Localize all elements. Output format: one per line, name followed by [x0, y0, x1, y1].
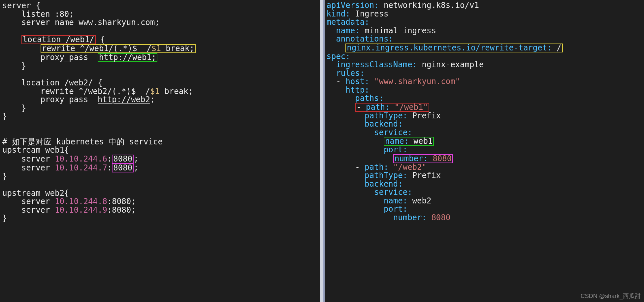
code-text: :: [107, 197, 112, 206]
location-web1-path: /web1/: [66, 35, 94, 44]
yaml-key: metadata:: [327, 17, 370, 27]
code-text: $1: [151, 44, 161, 53]
upstream-port: 8080: [112, 197, 131, 206]
yaml-value: web1: [409, 136, 433, 146]
yaml-key: name:: [327, 26, 360, 35]
yaml-key: rules:: [327, 69, 365, 78]
code-text: server {: [2, 1, 41, 10]
code-text: *: [121, 87, 126, 96]
proxy-pass-web1-box: http://web1;: [98, 53, 157, 62]
code-text: *: [123, 44, 127, 53]
server-name-value: www.sharkyun.com: [79, 18, 155, 27]
upstream-ip: 10.10.244.8: [55, 197, 107, 206]
comment-line: # 如下是对应 kubernetes 中的 service: [2, 137, 163, 146]
code-text: ;: [190, 44, 194, 53]
code-text: {: [93, 78, 103, 87]
code-text: }: [2, 112, 7, 121]
upstream-port: 8080: [112, 205, 131, 215]
code-text: }: [2, 61, 26, 71]
code-text: proxy_pass: [2, 95, 98, 104]
code-text: {: [96, 35, 105, 44]
code-text: server: [2, 205, 55, 215]
yaml-value: /: [552, 43, 562, 52]
code-text: ;: [131, 205, 136, 215]
code-text: ;: [155, 18, 159, 27]
yaml-key: path:: [365, 163, 388, 172]
code-text: ;: [134, 163, 138, 172]
path-web1-box: - path: "/web1": [355, 103, 429, 112]
ingress-yaml-pane: apiVersion: networking.k8s.io/v1 kind: I…: [323, 0, 644, 302]
yaml-key: host:: [345, 77, 369, 86]
code-text: server: [2, 197, 55, 206]
yaml-key: number:: [395, 154, 428, 163]
yaml-number: 8080: [428, 154, 452, 163]
code-text: listen :80;: [2, 10, 74, 19]
rewrite-web1-box: rewrite ^/web1/(.*)$ /$1 break;: [41, 44, 196, 53]
yaml-key: port:: [327, 145, 408, 154]
yaml-number: 8080: [427, 213, 450, 222]
code-text: )$ /: [126, 87, 150, 96]
port-box: 8080: [112, 155, 134, 164]
port-number-box: number: 8080: [393, 154, 453, 163]
yaml-key: ingressClassName:: [327, 60, 417, 69]
annotation-box: nginx.ingress.kubernetes.io/rewrite-targ…: [345, 44, 563, 52]
code-text: (.: [113, 44, 123, 53]
code-text: location: [2, 78, 64, 87]
yaml-key: path:: [366, 103, 390, 112]
code-text: upstream web1{: [2, 145, 69, 155]
service-name-web1-box: name: web1: [384, 137, 434, 146]
code-text: )$ /: [128, 44, 151, 53]
ingress-yaml-code: apiVersion: networking.k8s.io/v1 kind: I…: [325, 0, 644, 223]
yaml-key: http:: [327, 85, 370, 95]
yaml-value: networking.k8s.io/v1: [379, 1, 479, 10]
yaml-key: kind:: [327, 9, 350, 18]
code-text: /web1/: [85, 44, 113, 53]
code-text: /web2/: [83, 87, 112, 96]
yaml-string: "/web2": [388, 163, 427, 172]
location-web1-box: location /web1/: [21, 35, 96, 44]
code-text: break: [160, 87, 188, 96]
proxy-pass-web2-url: http://web2: [98, 95, 150, 104]
yaml-key: apiVersion:: [327, 1, 379, 10]
code-text: ;: [150, 95, 155, 104]
code-text: location: [23, 35, 66, 44]
yaml-key: number:: [327, 213, 427, 222]
proxy-pass-web1-url: http://web1: [99, 53, 151, 62]
yaml-key: pathType:: [327, 111, 408, 120]
yaml-key: spec:: [327, 52, 350, 61]
code-text: break: [161, 44, 190, 53]
upstream-port: 8080: [113, 163, 132, 172]
yaml-string: "/web1": [390, 103, 428, 112]
code-text: rewrite ^: [42, 44, 85, 53]
code-text: server_name: [2, 18, 79, 27]
yaml-key: annotations:: [327, 34, 393, 44]
yaml-value: Ingress: [350, 9, 389, 18]
yaml-value: Prefix: [407, 111, 441, 120]
yaml-key: port:: [327, 204, 408, 214]
yaml-string: "www.sharkyun.com": [370, 77, 460, 86]
code-text: }: [2, 104, 26, 113]
code-text: $1: [150, 87, 160, 96]
yaml-value: web2: [407, 196, 431, 205]
yaml-key: name:: [385, 136, 409, 146]
code-text: ;: [151, 53, 156, 62]
upstream-ip: 10.10.244.6: [55, 154, 107, 164]
upstream-ip: 10.10.244.9: [55, 205, 107, 215]
split-view: server { listen :80; server_name www.sha…: [0, 0, 644, 302]
code-text: -: [327, 77, 346, 86]
code-text: }: [2, 214, 7, 223]
nginx-config-code: server { listen :80; server_name www.sha…: [0, 0, 320, 224]
nginx-config-pane: server { listen :80; server_name www.sha…: [0, 0, 320, 302]
yaml-value: minimal-ingress: [360, 26, 436, 35]
yaml-key: service:: [327, 128, 412, 137]
code-text: -: [356, 103, 366, 112]
code-text: ;: [188, 87, 193, 96]
code-text: :: [107, 205, 112, 215]
upstream-ip: 10.10.244.7: [55, 163, 107, 172]
yaml-key: backend:: [327, 119, 403, 129]
code-text: rewrite ^: [2, 87, 83, 96]
pane-divider[interactable]: [320, 0, 323, 302]
code-text: -: [327, 163, 365, 172]
yaml-key: paths:: [327, 94, 384, 103]
yaml-value: nginx-example: [417, 60, 484, 69]
